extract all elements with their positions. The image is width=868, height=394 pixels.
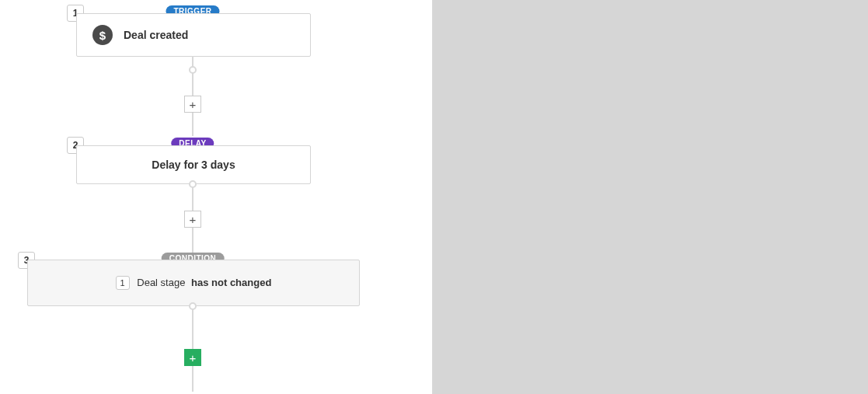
connector-dot	[189, 66, 197, 74]
trigger-card[interactable]: $ Deal created	[76, 13, 311, 57]
add-step-button[interactable]: +	[184, 211, 201, 228]
delay-card[interactable]: Delay for 3 days	[76, 145, 311, 184]
connector-dot	[189, 180, 197, 188]
dollar-icon: $	[92, 25, 113, 45]
condition-field: Deal stage	[137, 277, 185, 288]
connector-dot	[189, 302, 197, 310]
condition-card[interactable]: 1 Deal stage has not changed	[27, 260, 360, 306]
delay-label: Delay for 3 days	[77, 146, 310, 183]
add-step-button-primary[interactable]: +	[184, 349, 201, 366]
condition-index-chip: 1	[116, 276, 130, 290]
condition-row: 1 Deal stage has not changed	[28, 260, 359, 305]
flow-editor-before: 1 TRIGGER $ Deal created + 2 DELAY Delay…	[0, 0, 433, 394]
condition-operator: has not changed	[191, 277, 271, 288]
trigger-label: Deal created	[124, 29, 188, 41]
add-step-button[interactable]: +	[184, 96, 201, 113]
flow-editor-with-dialog: 1 TRIGGER $ Deal created + 2 DELAY ✎ 🗑	[433, 0, 868, 394]
